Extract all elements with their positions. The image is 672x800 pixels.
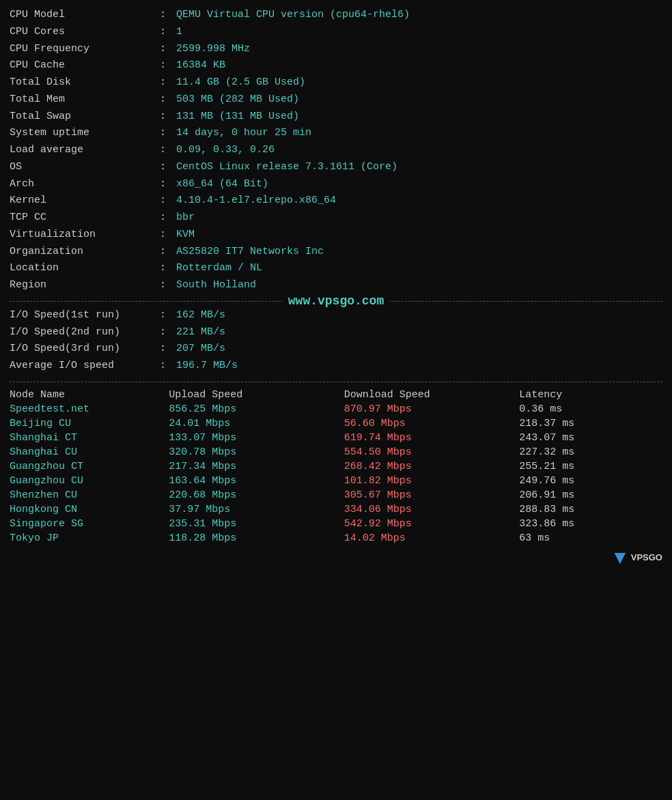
row-colon: : xyxy=(160,7,172,24)
io-row: Average I/O speed : 196.7 MB/s xyxy=(10,358,662,375)
row-colon: : xyxy=(160,57,172,74)
latency-val: 243.07 ms xyxy=(519,431,662,445)
latency-val: 227.32 ms xyxy=(519,445,662,459)
system-row: Organization : AS25820 IT7 Networks Inc xyxy=(10,244,662,261)
row-colon: : xyxy=(160,244,172,261)
row-value: 2599.998 MHz xyxy=(176,41,250,58)
download-speed: 542.92 Mbps xyxy=(344,517,519,531)
col-header-upload: Upload Speed xyxy=(169,388,344,402)
row-value: 14 days, 0 hour 25 min xyxy=(176,125,311,142)
upload-speed: 856.25 Mbps xyxy=(169,402,344,416)
row-colon: : xyxy=(160,41,172,58)
node-name: Speedtest.net xyxy=(10,402,169,416)
node-name: Shenzhen CU xyxy=(10,488,169,502)
network-info: Node Name Upload Speed Download Speed La… xyxy=(10,388,662,545)
latency-val: 255.21 ms xyxy=(519,459,662,474)
latency-val: 323.86 ms xyxy=(519,517,662,531)
row-label: Average I/O speed xyxy=(10,358,160,375)
col-header-latency: Latency xyxy=(519,388,662,402)
row-value: 503 MB (282 MB Used) xyxy=(176,91,299,109)
upload-speed: 320.78 Mbps xyxy=(169,445,344,459)
row-colon: : xyxy=(160,192,172,210)
upload-speed: 118.28 Mbps xyxy=(169,531,344,545)
system-row: CPU Frequency : 2599.998 MHz xyxy=(10,41,662,58)
row-label: CPU Frequency xyxy=(10,41,160,58)
row-colon: : xyxy=(160,125,172,142)
row-label: Virtualization xyxy=(10,227,160,244)
row-colon: : xyxy=(160,307,172,324)
row-value: QEMU Virtual CPU version (cpu64-rhel6) xyxy=(176,7,410,24)
system-row: Location : Rotterdam / NL xyxy=(10,260,662,277)
row-label: CPU Model xyxy=(10,7,160,24)
latency-val: 0.36 ms xyxy=(519,402,662,416)
node-name: Guangzhou CT xyxy=(10,459,169,474)
latency-val: 218.37 ms xyxy=(519,416,662,431)
upload-speed: 24.01 Mbps xyxy=(169,416,344,431)
row-value: x86_64 (64 Bit) xyxy=(176,176,268,193)
row-label: Kernel xyxy=(10,192,160,210)
network-row: Hongkong CN 37.97 Mbps 334.06 Mbps 288.8… xyxy=(10,502,662,517)
row-colon: : xyxy=(160,159,172,176)
row-value: Rotterdam / NL xyxy=(176,260,262,277)
row-label: Total Mem xyxy=(10,91,160,109)
network-row: Speedtest.net 856.25 Mbps 870.97 Mbps 0.… xyxy=(10,402,662,416)
row-label: Total Disk xyxy=(10,74,160,91)
latency-val: 63 ms xyxy=(519,531,662,545)
download-speed: 334.06 Mbps xyxy=(344,502,519,517)
download-speed: 305.67 Mbps xyxy=(344,488,519,502)
row-label: CPU Cores xyxy=(10,24,160,41)
row-value: 162 MB/s xyxy=(176,307,225,324)
download-speed: 14.02 Mbps xyxy=(344,531,519,545)
system-row: TCP CC : bbr xyxy=(10,210,662,227)
row-colon: : xyxy=(160,109,172,126)
row-value: 1 xyxy=(176,24,182,41)
row-colon: : xyxy=(160,176,172,193)
row-colon: : xyxy=(160,324,172,341)
watermark-text: www.vpsgo.com xyxy=(283,294,389,308)
download-speed: 619.74 Mbps xyxy=(344,431,519,445)
node-name: Hongkong CN xyxy=(10,502,169,517)
system-row: Total Swap : 131 MB (131 MB Used) xyxy=(10,109,662,126)
row-colon: : xyxy=(160,260,172,277)
row-label: Location xyxy=(10,260,160,277)
network-row: Guangzhou CU 163.64 Mbps 101.82 Mbps 249… xyxy=(10,474,662,488)
system-row: System uptime : 14 days, 0 hour 25 min xyxy=(10,125,662,142)
network-row: Shanghai CU 320.78 Mbps 554.50 Mbps 227.… xyxy=(10,445,662,459)
network-row: Tokyo JP 118.28 Mbps 14.02 Mbps 63 ms xyxy=(10,531,662,545)
system-row: CPU Cache : 16384 KB xyxy=(10,57,662,74)
row-label: TCP CC xyxy=(10,210,160,227)
io-info: I/O Speed(1st run) : 162 MB/sI/O Speed(2… xyxy=(10,307,662,375)
node-name: Singapore SG xyxy=(10,517,169,531)
io-row: I/O Speed(2nd run) : 221 MB/s xyxy=(10,324,662,341)
node-name: Beijing CU xyxy=(10,416,169,431)
row-label: I/O Speed(3rd run) xyxy=(10,341,160,358)
io-row: I/O Speed(1st run) : 162 MB/s xyxy=(10,307,662,324)
row-colon: : xyxy=(160,142,172,159)
node-name: Guangzhou CU xyxy=(10,474,169,488)
latency-val: 288.83 ms xyxy=(519,502,662,517)
system-row: Load average : 0.09, 0.33, 0.26 xyxy=(10,142,662,159)
row-label: Region xyxy=(10,277,160,294)
bottom-logo: ▼ VPSGO xyxy=(10,547,662,569)
row-colon: : xyxy=(160,91,172,109)
row-value: 196.7 MB/s xyxy=(176,358,238,375)
row-value: 0.09, 0.33, 0.26 xyxy=(176,142,275,159)
upload-speed: 163.64 Mbps xyxy=(169,474,344,488)
col-header-download: Download Speed xyxy=(344,388,519,402)
row-value: South Holland xyxy=(176,277,256,294)
network-row: Beijing CU 24.01 Mbps 56.60 Mbps 218.37 … xyxy=(10,416,662,431)
upload-speed: 235.31 Mbps xyxy=(169,517,344,531)
row-label: Arch xyxy=(10,176,160,193)
system-row: Region : South Holland xyxy=(10,277,662,294)
row-value: 131 MB (131 MB Used) xyxy=(176,109,299,126)
system-row: CPU Cores : 1 xyxy=(10,24,662,41)
row-value: 221 MB/s xyxy=(176,324,225,341)
system-row: Arch : x86_64 (64 Bit) xyxy=(10,176,662,193)
row-value: 11.4 GB (2.5 GB Used) xyxy=(176,74,305,91)
network-row: Singapore SG 235.31 Mbps 542.92 Mbps 323… xyxy=(10,517,662,531)
row-label: Organization xyxy=(10,244,160,261)
row-label: System uptime xyxy=(10,125,160,142)
row-colon: : xyxy=(160,358,172,375)
network-row: Shanghai CT 133.07 Mbps 619.74 Mbps 243.… xyxy=(10,431,662,445)
row-colon: : xyxy=(160,74,172,91)
